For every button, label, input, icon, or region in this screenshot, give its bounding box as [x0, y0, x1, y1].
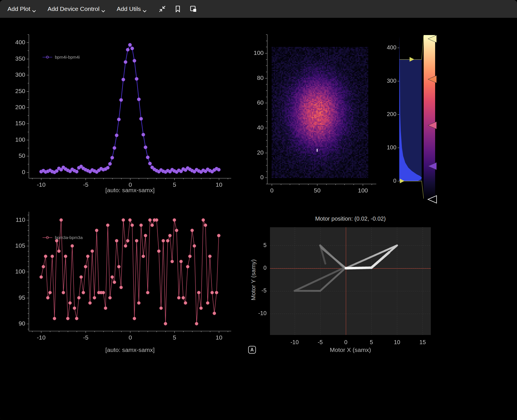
dock-area: bpm4i-bpm4i [auto: samx-samx] bpm3a-bpm3…: [0, 18, 517, 420]
menu-add-utils-label: Add Utils: [117, 5, 141, 12]
menu-add-plot[interactable]: Add Plot: [7, 5, 36, 12]
x-axis-label-bpm3a: [auto: samx-samx]: [29, 346, 231, 353]
collapse-panels-icon: [159, 5, 166, 13]
menu-add-plot-label: Add Plot: [7, 5, 30, 12]
heatmap-panel: [247, 18, 517, 207]
waveform-plot-bpm3a[interactable]: [0, 207, 247, 351]
chevron-down-icon: [101, 10, 105, 12]
expand-panel-button[interactable]: [189, 5, 198, 13]
motor-map-plot[interactable]: [247, 221, 517, 359]
toolbar: Add Plot Add Device Control Add Utils: [0, 0, 517, 18]
legend-sample-bpm3a: [43, 236, 52, 240]
chevron-down-icon: [143, 10, 146, 12]
menu-add-utils[interactable]: Add Utils: [117, 5, 146, 12]
bookmark-icon: [174, 5, 182, 13]
legend-bpm4i[interactable]: bpm4i-bpm4i: [43, 55, 80, 59]
heatmap-plot[interactable]: [247, 18, 382, 202]
histogram-lut-widget[interactable]: [382, 18, 454, 207]
app-window: Add Plot Add Device Control Add Utils: [0, 0, 517, 420]
waveform-panel-bpm4i: bpm4i-bpm4i [auto: samx-samx]: [0, 18, 247, 207]
waveform-plot-bpm4i[interactable]: [0, 18, 247, 196]
collapse-panels-button[interactable]: [158, 5, 167, 13]
legend-sample-bpm4i: [43, 55, 52, 59]
auto-range-button[interactable]: A: [248, 346, 256, 354]
legend-bpm3a[interactable]: bpm3a-bpm3a: [43, 235, 83, 240]
chevron-down-icon: [32, 10, 36, 12]
x-axis-label-motor: Motor X (samx): [270, 346, 431, 353]
legend-label-bpm3a: bpm3a-bpm3a: [55, 235, 83, 240]
waveform-panel-bpm3a: bpm3a-bpm3a [auto: samx-samx]: [0, 207, 247, 420]
x-axis-label-bpm4i: [auto: samx-samx]: [29, 187, 231, 194]
expand-panel-icon: [190, 5, 197, 13]
menu-add-device-control[interactable]: Add Device Control: [47, 5, 105, 12]
menu-add-device-control-label: Add Device Control: [47, 5, 99, 12]
legend-label-bpm4i: bpm4i-bpm4i: [55, 55, 80, 59]
motor-map-panel: Motor position: (0.02, -0.02) Motor Y (s…: [247, 207, 517, 420]
bookmark-button[interactable]: [173, 5, 182, 13]
